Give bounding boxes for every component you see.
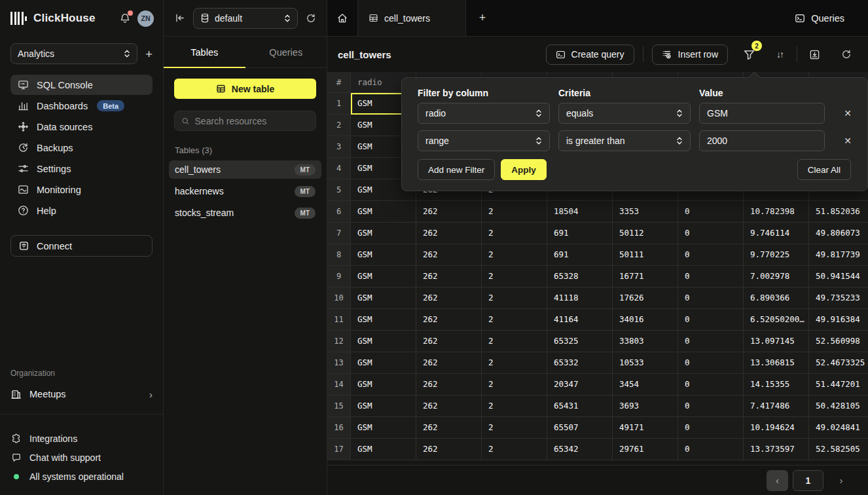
table-cell[interactable]: 10.194624: [744, 417, 809, 439]
table-cell[interactable]: 0: [678, 417, 744, 439]
filter-button[interactable]: 2: [740, 46, 757, 63]
table-cell[interactable]: 7.002978: [744, 266, 809, 287]
table-cell[interactable]: 51.852036: [809, 201, 868, 223]
table-cell[interactable]: 65328: [547, 266, 613, 287]
tab-cell-towers[interactable]: cell_towers: [358, 0, 466, 36]
tab-tables[interactable]: Tables: [164, 37, 245, 67]
table-cell[interactable]: 262: [416, 331, 482, 352]
table-cell[interactable]: 17626: [613, 287, 678, 309]
system-status-item[interactable]: All systems operational: [0, 467, 163, 486]
row-number-cell[interactable]: 16: [327, 417, 351, 439]
table-cell[interactable]: 49.806073: [809, 223, 868, 244]
row-number-cell[interactable]: 15: [327, 395, 351, 417]
table-cell[interactable]: 262: [416, 439, 482, 460]
table-cell[interactable]: GSM: [351, 374, 416, 395]
sidebar-item-backups[interactable]: Backups: [10, 138, 153, 158]
filter-value-input[interactable]: [699, 130, 825, 151]
table-cell[interactable]: 2: [482, 266, 547, 287]
add-workspace-button[interactable]: +: [145, 48, 153, 60]
row-number-cell[interactable]: 9: [327, 266, 351, 287]
filter-column-select[interactable]: range: [418, 130, 550, 151]
row-number-cell[interactable]: 10: [327, 287, 351, 309]
table-cell[interactable]: 0: [678, 352, 744, 374]
table-list-item-stocks-stream[interactable]: stocks_stream MT: [169, 204, 321, 222]
table-cell[interactable]: 49.024841: [809, 417, 868, 439]
row-number-cell[interactable]: 5: [327, 179, 351, 201]
table-cell[interactable]: 262: [416, 395, 482, 417]
notifications-bell-icon[interactable]: [119, 12, 131, 24]
sidebar-item-sql-console[interactable]: SQL Console: [10, 75, 153, 95]
table-cell[interactable]: 262: [416, 244, 482, 266]
table-cell[interactable]: 49.735233: [809, 287, 868, 309]
database-selector[interactable]: default: [193, 8, 298, 29]
table-cell[interactable]: 262: [416, 417, 482, 439]
table-cell[interactable]: 13.373597: [744, 439, 809, 460]
table-cell[interactable]: 52.4673325: [809, 352, 868, 374]
table-cell[interactable]: 262: [416, 201, 482, 223]
refresh-table-button[interactable]: [838, 46, 855, 63]
table-cell[interactable]: 2: [482, 417, 547, 439]
sidebar-item-dashboards[interactable]: Dashboards Beta: [10, 96, 153, 116]
table-cell[interactable]: 65431: [547, 395, 613, 417]
insert-row-button[interactable]: Insert row: [652, 45, 728, 65]
table-cell[interactable]: 2: [482, 331, 547, 352]
table-cell[interactable]: 0: [678, 309, 744, 331]
table-cell[interactable]: 13.097145: [744, 331, 809, 352]
table-cell[interactable]: 691: [547, 223, 613, 244]
filter-value-input[interactable]: [699, 103, 825, 124]
refresh-tables-icon[interactable]: [306, 13, 316, 24]
row-number-header[interactable]: #: [327, 72, 351, 93]
sidebar-item-integrations[interactable]: Integrations: [0, 429, 163, 448]
table-cell[interactable]: 2: [482, 309, 547, 331]
row-number-cell[interactable]: 7: [327, 223, 351, 244]
table-cell[interactable]: 2: [482, 439, 547, 460]
table-cell[interactable]: 2: [482, 223, 547, 244]
table-cell[interactable]: 3454: [613, 374, 678, 395]
table-cell[interactable]: 50.941544: [809, 266, 868, 287]
table-cell[interactable]: 16771: [613, 266, 678, 287]
row-number-cell[interactable]: 6: [327, 201, 351, 223]
table-cell[interactable]: 65332: [547, 352, 613, 374]
table-cell[interactable]: 49171: [613, 417, 678, 439]
table-cell[interactable]: GSM: [351, 244, 416, 266]
table-cell[interactable]: 0: [678, 395, 744, 417]
table-cell[interactable]: 49.817739: [809, 244, 868, 266]
table-cell[interactable]: 3353: [613, 201, 678, 223]
table-cell[interactable]: 9.746114: [744, 223, 809, 244]
table-cell[interactable]: 65325: [547, 331, 613, 352]
new-tab-button[interactable]: +: [466, 0, 499, 36]
row-number-cell[interactable]: 4: [327, 158, 351, 179]
table-cell[interactable]: GSM: [351, 266, 416, 287]
table-cell[interactable]: 2: [482, 244, 547, 266]
table-cell[interactable]: 6.890366: [744, 287, 809, 309]
download-button[interactable]: [806, 46, 823, 63]
table-cell[interactable]: GSM: [351, 395, 416, 417]
table-cell[interactable]: 13.306815: [744, 352, 809, 374]
table-cell[interactable]: 65507: [547, 417, 613, 439]
table-cell[interactable]: 7.417486: [744, 395, 809, 417]
table-cell[interactable]: 0: [678, 266, 744, 287]
table-list-item-hackernews[interactable]: hackernews MT: [169, 182, 321, 200]
sidebar-item-monitoring[interactable]: Monitoring: [10, 179, 153, 200]
row-number-cell[interactable]: 17: [327, 439, 351, 460]
table-cell[interactable]: 41118: [547, 287, 613, 309]
table-cell[interactable]: 9.770225: [744, 244, 809, 266]
table-cell[interactable]: GSM: [351, 352, 416, 374]
remove-filter-button[interactable]: ✕: [839, 105, 856, 122]
collapse-panel-icon[interactable]: [174, 12, 185, 24]
filter-criteria-select[interactable]: equals: [558, 103, 691, 124]
row-number-cell[interactable]: 1: [327, 93, 351, 115]
next-page-button[interactable]: ›: [831, 470, 851, 491]
home-button[interactable]: [327, 0, 358, 36]
table-cell[interactable]: 49.916384: [809, 309, 868, 331]
apply-filters-button[interactable]: Apply: [501, 159, 547, 180]
row-number-cell[interactable]: 2: [327, 115, 351, 136]
workspace-selector[interactable]: Analytics: [10, 43, 137, 64]
table-cell[interactable]: 52.582505: [809, 439, 868, 460]
table-cell[interactable]: 52.560998: [809, 331, 868, 352]
table-cell[interactable]: 51.447201: [809, 374, 868, 395]
previous-page-button[interactable]: ‹: [767, 470, 788, 491]
table-cell[interactable]: 41164: [547, 309, 613, 331]
add-filter-button[interactable]: Add new Filter: [418, 159, 495, 180]
table-cell[interactable]: 6.52050200…: [744, 309, 809, 331]
